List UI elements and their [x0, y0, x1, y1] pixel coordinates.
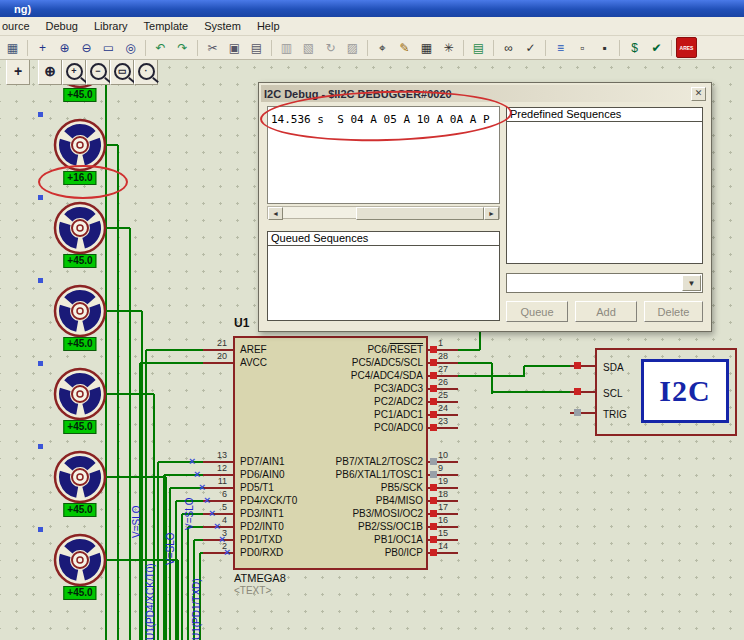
menu-item-debug[interactable]: Debug [38, 18, 86, 34]
motor-value-label: +45.0 [63, 88, 96, 102]
zoom-all-icon[interactable]: ◎ [120, 37, 141, 58]
block-move-icon[interactable]: ▧ [298, 37, 319, 58]
block-delete-icon[interactable]: ▨ [342, 37, 363, 58]
pin-logic-indicator [430, 549, 437, 556]
pin-number: 24 [438, 403, 462, 413]
queue-button[interactable]: Queue [506, 301, 568, 322]
zoom-area-icon[interactable]: ▭ [98, 37, 119, 58]
i2c-pin-scl-label: SCL [603, 388, 622, 399]
add-button[interactable]: Add [575, 301, 637, 322]
delete-button[interactable]: Delete [644, 301, 703, 322]
motor-component[interactable] [52, 200, 108, 256]
component-origin-marker [38, 361, 43, 366]
electrical-check-icon[interactable]: ✔ [646, 37, 667, 58]
scroll-right-icon[interactable]: ► [484, 207, 499, 220]
menu-item-source[interactable]: ource [0, 18, 38, 34]
pin-number: 21 [199, 338, 227, 348]
wire-segment [158, 461, 203, 463]
property-assignment-icon[interactable]: ✓ [520, 37, 541, 58]
pin-number: 9 [438, 463, 462, 473]
block-rotate-icon[interactable]: ↻ [320, 37, 341, 58]
crosshair-icon[interactable]: + [6, 57, 30, 85]
design-explorer-icon[interactable]: ≡ [550, 37, 571, 58]
netlist-ares-icon[interactable]: ARES [676, 37, 697, 58]
scrollbar-thumb[interactable] [356, 207, 484, 220]
component-origin-marker [38, 195, 43, 200]
i2c-pin-sda-label: SDA [603, 362, 624, 373]
packaging-tool-icon[interactable]: ▦ [416, 37, 437, 58]
toggle-grid-icon[interactable]: ▦ [2, 37, 23, 58]
redo-icon[interactable]: ↷ [172, 37, 193, 58]
zoom-out-icon[interactable]: ⊖ [76, 37, 97, 58]
pan-icon[interactable]: + [32, 37, 53, 58]
pin-logic-indicator [430, 458, 437, 465]
zoom-in-icon[interactable]: ⊕ [54, 37, 75, 58]
queued-sequences-list[interactable] [267, 245, 500, 321]
zoom-all-icon[interactable]: · [134, 57, 158, 85]
pin-name: PD3/INT1 [240, 508, 284, 519]
zoom-out-icon[interactable]: − [86, 57, 110, 85]
wire-segment [479, 332, 481, 350]
menu-item-help[interactable]: Help [249, 18, 288, 34]
zoom-area-icon[interactable]: ▭ [110, 57, 134, 85]
pin-name: PB2/SS/OC1B [358, 521, 423, 532]
wire-cross-marker: × [224, 547, 230, 557]
sequence-display[interactable]: 14.536 s S 04 A 05 A 10 A 0A A P [267, 106, 500, 204]
bill-of-materials-icon[interactable]: $ [624, 37, 645, 58]
pin-logic-indicator [430, 471, 437, 478]
pin-number: 10 [438, 450, 462, 460]
pin-logic-indicator [430, 424, 437, 431]
find-icon[interactable]: ∞ [498, 37, 519, 58]
remove-sheet-icon[interactable]: ▪ [594, 37, 615, 58]
pin-name: PC2/ADC2 [374, 396, 423, 407]
zoom-in-icon[interactable]: + [62, 57, 86, 85]
menu-item-library[interactable]: Library [86, 18, 136, 34]
copy-icon[interactable]: ▣ [224, 37, 245, 58]
cut-icon[interactable]: ✂ [202, 37, 223, 58]
sequence-dropdown[interactable]: ▼ [506, 273, 703, 293]
paste-icon[interactable]: ▤ [246, 37, 267, 58]
predefined-sequences-list[interactable] [506, 121, 703, 264]
menu-item-template[interactable]: Template [136, 18, 197, 34]
close-icon[interactable]: ✕ [691, 87, 706, 101]
i2c-pin-trig-label: TRIG [603, 409, 627, 420]
make-device-icon[interactable]: ✎ [394, 37, 415, 58]
debug-window-title: I2C Debug - $II2C DEBUGGER#0020 [264, 88, 691, 100]
undo-icon[interactable]: ↶ [150, 37, 171, 58]
pin-logic-indicator [430, 385, 437, 392]
scroll-left-icon[interactable]: ◄ [268, 207, 283, 220]
wire-segment [523, 366, 525, 377]
block-copy-icon[interactable]: ▥ [276, 37, 297, 58]
wire-segment [458, 375, 524, 377]
menu-item-system[interactable]: System [196, 18, 249, 34]
pin-name: PB1/OC1A [374, 534, 423, 545]
pan-icon[interactable]: ⊕ [38, 57, 62, 85]
title-bar[interactable]: ng) [0, 0, 744, 17]
chevron-down-icon[interactable]: ▼ [682, 275, 701, 291]
motor-component[interactable] [52, 117, 108, 173]
pin-name: PB6/XTAL1/TOSC1 [336, 469, 423, 480]
decompose-icon[interactable]: ✳ [438, 37, 459, 58]
motor-component[interactable] [52, 366, 108, 422]
pin-logic-indicator [574, 362, 581, 369]
component-list-icon[interactable]: ▤ [468, 37, 489, 58]
horizontal-scrollbar[interactable]: ◄ ► [267, 206, 500, 219]
schematic-canvas[interactable]: I2C SDA SCL TRIG I2C Debug - $II2C DEBUG… [0, 0, 744, 640]
motor-value-label: +45.0 [63, 420, 96, 434]
pick-device-icon[interactable]: ⌖ [372, 37, 393, 58]
pin-number: 1 [438, 338, 462, 348]
motor-component[interactable] [52, 449, 108, 505]
motor-component[interactable] [52, 283, 108, 339]
pin-number: 14 [438, 541, 462, 551]
i2c-debug-window[interactable]: I2C Debug - $II2C DEBUGGER#0020 ✕ 14.536… [258, 82, 712, 332]
motor-component[interactable] [52, 532, 108, 588]
debug-window-titlebar[interactable]: I2C Debug - $II2C DEBUGGER#0020 ✕ [261, 85, 709, 102]
pin-number: 27 [438, 364, 462, 374]
pin-name: PC6/RESET [367, 344, 423, 355]
i2c-debugger-component[interactable]: I2C SDA SCL TRIG [595, 348, 737, 436]
new-sheet-icon[interactable]: ▫ [572, 37, 593, 58]
predefined-sequences-title: Predefined Sequences [510, 108, 621, 120]
toolbar-separator [493, 40, 494, 56]
pin-name: PB7/XTAL2/TOSC2 [336, 456, 423, 467]
toolbar-separator [271, 40, 272, 56]
